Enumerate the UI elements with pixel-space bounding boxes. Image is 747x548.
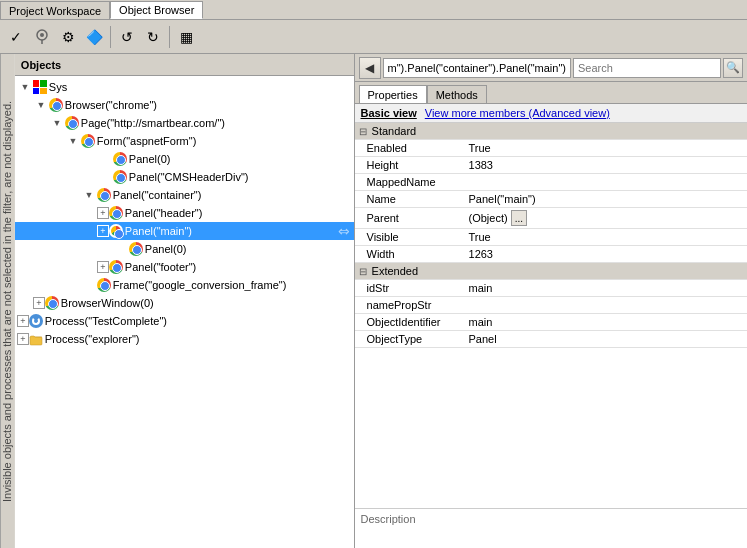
description-label: Description bbox=[361, 513, 416, 525]
tab-project-workspace-label: Project Workspace bbox=[9, 5, 101, 17]
prop-value-height: 1383 bbox=[465, 157, 747, 174]
main-panel-label: Panel("main") bbox=[125, 225, 192, 237]
tab-object-browser[interactable]: Object Browser bbox=[110, 1, 203, 19]
table-row: Enabled True bbox=[355, 140, 747, 157]
standard-header-label: Standard bbox=[372, 125, 417, 137]
tab-project-workspace[interactable]: Project Workspace bbox=[0, 1, 110, 19]
back-button[interactable]: ◀ bbox=[359, 57, 381, 79]
prop-name-width: Width bbox=[355, 246, 465, 263]
tree-item-cmsheader[interactable]: Panel("CMSHeaderDiv") bbox=[15, 168, 354, 186]
expander-browser[interactable]: ▼ bbox=[33, 97, 49, 113]
prop-value-name: Panel("main") bbox=[465, 191, 747, 208]
table-row: idStr main bbox=[355, 280, 747, 297]
prop-value-parent: (Object) ... bbox=[465, 208, 747, 229]
tree-item-browser[interactable]: ▼ Browser("chrome") bbox=[15, 96, 354, 114]
expander-page[interactable]: ▼ bbox=[49, 115, 65, 131]
expander-cmsheader bbox=[97, 169, 113, 185]
windows-icon bbox=[33, 80, 47, 94]
prop-value-enabled: True bbox=[465, 140, 747, 157]
tree-item-explorer[interactable]: + Process("explorer") bbox=[15, 330, 354, 348]
expander-footer[interactable]: + bbox=[97, 261, 109, 273]
panel0-label: Panel(0) bbox=[129, 153, 171, 165]
browser-label: Browser("chrome") bbox=[65, 99, 157, 111]
prop-name-namepropstr: namePropStr bbox=[355, 297, 465, 314]
tab-methods[interactable]: Methods bbox=[427, 85, 487, 103]
table-row: MappedName bbox=[355, 174, 747, 191]
chrome-icon-container bbox=[97, 188, 111, 202]
props-table: ⊟ Standard Enabled True Height 1383 Mapp… bbox=[355, 123, 747, 348]
tree-item-panel0[interactable]: Panel(0) bbox=[15, 150, 354, 168]
tab-methods-label: Methods bbox=[436, 89, 478, 101]
parent-ellipsis-btn[interactable]: ... bbox=[511, 210, 527, 226]
expander-sys[interactable]: ▼ bbox=[17, 79, 33, 95]
search-button[interactable]: 🔍 bbox=[723, 58, 743, 78]
chrome-icon-panel0b bbox=[129, 242, 143, 256]
page-label: Page("http://smartbear.com/") bbox=[81, 117, 225, 129]
collapse-extended[interactable]: ⊟ bbox=[359, 266, 369, 277]
tree-item-frame[interactable]: Frame("google_conversion_frame") bbox=[15, 276, 354, 294]
tree-item-testcomplete[interactable]: + Process("TestComplete") bbox=[15, 312, 354, 330]
tree-item-header-panel[interactable]: + Panel("header") bbox=[15, 204, 354, 222]
objects-header: Objects bbox=[15, 54, 354, 76]
tree-item-container[interactable]: ▼ Panel("container") bbox=[15, 186, 354, 204]
toolbar-shape-btn[interactable]: 🔷 bbox=[82, 25, 106, 49]
tree-item-panel0b[interactable]: Panel(0) bbox=[15, 240, 354, 258]
table-row: ObjectIdentifier main bbox=[355, 314, 747, 331]
tab-object-browser-label: Object Browser bbox=[119, 4, 194, 16]
props-header: Basic view View more members (Advanced v… bbox=[355, 104, 747, 123]
tab-bar: Project Workspace Object Browser bbox=[0, 0, 747, 20]
tree-item-form[interactable]: ▼ Form("aspnetForm") bbox=[15, 132, 354, 150]
toolbar-spy-btn[interactable] bbox=[30, 25, 54, 49]
explorer-label: Process("explorer") bbox=[45, 333, 140, 345]
props-container[interactable]: ⊟ Standard Enabled True Height 1383 Mapp… bbox=[355, 123, 747, 508]
collapse-standard[interactable]: ⊟ bbox=[359, 126, 369, 137]
panel0b-label: Panel(0) bbox=[145, 243, 187, 255]
chrome-icon-browser bbox=[49, 98, 63, 112]
prop-value-objecttype: Panel bbox=[465, 331, 747, 348]
tree-item-sys[interactable]: ▼ Sys bbox=[15, 78, 354, 96]
toolbar-check-btn[interactable]: ✓ bbox=[4, 25, 28, 49]
tab-properties-label: Properties bbox=[368, 89, 418, 101]
footer-label: Panel("footer") bbox=[125, 261, 196, 273]
toolbar-settings-btn[interactable]: ⚙ bbox=[56, 25, 80, 49]
expander-browserwindow[interactable]: + bbox=[33, 297, 45, 309]
main-layout: Invisible objects and processes that are… bbox=[0, 54, 747, 548]
section-standard: ⊟ Standard bbox=[355, 123, 747, 140]
tab-properties[interactable]: Properties bbox=[359, 85, 427, 103]
description-area: Description bbox=[355, 508, 747, 548]
tree-container[interactable]: ▼ Sys ▼ Browser("chrome") ▼ Page("http:/… bbox=[15, 76, 354, 548]
expander-header-panel[interactable]: + bbox=[97, 207, 109, 219]
prop-value-namepropstr bbox=[465, 297, 747, 314]
basic-view-label[interactable]: Basic view bbox=[361, 107, 417, 119]
search-input[interactable] bbox=[573, 58, 721, 78]
expander-main[interactable]: + bbox=[97, 225, 109, 237]
toolbar-grid-btn[interactable]: ▦ bbox=[174, 25, 198, 49]
prop-value-idstr: main bbox=[465, 280, 747, 297]
advanced-view-link[interactable]: View more members (Advanced view) bbox=[425, 107, 610, 119]
expander-form[interactable]: ▼ bbox=[65, 133, 81, 149]
chrome-icon-cmsheader bbox=[113, 170, 127, 184]
chrome-icon-page bbox=[65, 116, 79, 130]
expander-testcomplete[interactable]: + bbox=[17, 315, 29, 327]
prop-value-visible: True bbox=[465, 229, 747, 246]
objects-header-label: Objects bbox=[21, 59, 61, 71]
chrome-icon-panel0 bbox=[113, 152, 127, 166]
extended-header-label: Extended bbox=[372, 265, 418, 277]
toolbar-refresh-btn[interactable]: ↺ bbox=[115, 25, 139, 49]
header-panel-label: Panel("header") bbox=[125, 207, 203, 219]
tree-item-page[interactable]: ▼ Page("http://smartbear.com/") bbox=[15, 114, 354, 132]
chrome-icon-browserwindow bbox=[45, 296, 59, 310]
expander-container[interactable]: ▼ bbox=[81, 187, 97, 203]
table-row: Visible True bbox=[355, 229, 747, 246]
testcomplete-icon bbox=[29, 314, 43, 328]
prop-name-height: Height bbox=[355, 157, 465, 174]
tree-item-browserwindow[interactable]: + BrowserWindow(0) bbox=[15, 294, 354, 312]
table-row: Height 1383 bbox=[355, 157, 747, 174]
tree-item-footer[interactable]: + Panel("footer") bbox=[15, 258, 354, 276]
prop-value-mappedname bbox=[465, 174, 747, 191]
toolbar-forward-btn[interactable]: ↻ bbox=[141, 25, 165, 49]
expander-explorer[interactable]: + bbox=[17, 333, 29, 345]
tree-item-main[interactable]: + Panel("main") ⇔ bbox=[15, 222, 354, 240]
side-label: Invisible objects and processes that are… bbox=[0, 54, 15, 548]
toolbar-separator-1 bbox=[110, 26, 111, 48]
